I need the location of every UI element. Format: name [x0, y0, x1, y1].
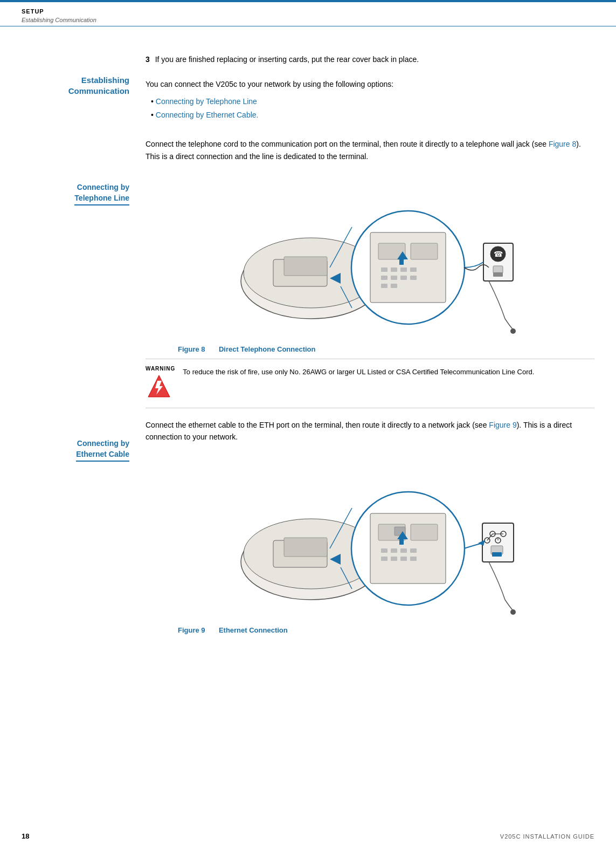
main-content: Establishing Communication Connecting by… [0, 26, 616, 640]
figure9-caption: Figure 9 Ethernet Connection [146, 626, 594, 634]
figure9-container: Figure 9 Ethernet Connection [146, 454, 594, 634]
svg-rect-9 [381, 267, 387, 272]
svg-rect-50 [399, 538, 404, 545]
svg-rect-11 [400, 267, 407, 272]
establishing-comm-heading: Establishing Communication [22, 75, 129, 96]
warning-label: WARNING [146, 366, 175, 372]
svg-rect-18 [391, 284, 397, 288]
telephone-link[interactable]: Connecting by Telephone Line [156, 97, 257, 106]
wall-jack: ☎ [483, 243, 513, 281]
figure9-svg [203, 454, 537, 621]
establishing-comm-left-block: Establishing Communication [22, 75, 129, 96]
terminal-zoom-eth [370, 513, 446, 584]
footer-page-number: 18 [22, 832, 29, 840]
warning-content: To reduce the risk of fire, use only No.… [183, 366, 534, 378]
svg-rect-45 [381, 557, 387, 561]
page-footer: 18 V205c Installation Guide [22, 832, 594, 840]
svg-rect-42 [391, 548, 397, 553]
right-column: 3 If you are finished replacing or inser… [140, 26, 594, 640]
svg-rect-20 [399, 258, 404, 265]
step3-text: If you are finished replacing or inserti… [155, 55, 419, 64]
svg-rect-47 [400, 557, 407, 561]
warning-box: WARNING To reduce the risk of fire, use … [146, 359, 594, 408]
footer-title: V205c Installation Guide [500, 833, 594, 840]
page-container: Setup Establishing Communication Establi… [0, 0, 616, 851]
svg-rect-15 [400, 276, 407, 280]
header-setup: Setup [22, 6, 594, 15]
header-subtitle-line: Establishing Communication [22, 15, 594, 24]
ethernet-wall-jack [478, 523, 514, 562]
warning-icon-area: WARNING [146, 366, 175, 401]
svg-rect-34 [284, 538, 327, 557]
step3-number: 3 [146, 55, 150, 64]
svg-rect-13 [381, 276, 387, 280]
svg-rect-14 [391, 276, 397, 280]
telephone-section: Connect the telephone cord to the commun… [146, 138, 594, 162]
svg-rect-46 [391, 557, 397, 561]
svg-rect-12 [410, 267, 417, 272]
connecting-tel-left-block: Connecting by Telephone Line [22, 182, 129, 207]
left-column: Establishing Communication Connecting by… [22, 26, 140, 640]
svg-point-28 [510, 328, 516, 334]
terminal-zoom [370, 232, 446, 303]
figure8-container: ☎ Figure [146, 173, 594, 353]
header-subtitle: Establishing Communication [22, 17, 96, 23]
svg-rect-43 [400, 548, 407, 553]
figure8-caption: Figure 8 Direct Telephone Connection [146, 345, 594, 353]
ethernet-link[interactable]: Connecting by Ethernet Cable. [156, 111, 259, 119]
figure8-svg: ☎ [203, 173, 537, 340]
svg-rect-8 [411, 243, 438, 259]
figure8-link[interactable]: Figure 8 [549, 140, 576, 148]
svg-rect-26 [493, 266, 503, 273]
establishing-comm-bullets: Connecting by Telephone Line Connecting … [151, 95, 594, 122]
connecting-eth-label: Connecting by Ethernet Cable [76, 438, 129, 462]
svg-rect-10 [391, 267, 397, 272]
ethernet-section: Connect the ethernet cable to the ETH po… [146, 419, 594, 443]
telephone-body-text: Connect the telephone cord to the commun… [146, 138, 594, 162]
warning-text: To reduce the risk of fire, use only No.… [183, 366, 534, 378]
svg-rect-39 [411, 524, 438, 540]
figure9-link[interactable]: Figure 9 [489, 421, 516, 429]
bullet-ethernet: Connecting by Ethernet Cable. [151, 108, 594, 122]
svg-text:☎: ☎ [493, 250, 502, 258]
svg-rect-48 [410, 557, 417, 561]
establishing-comm-intro: You can connect the V205c to your networ… [146, 78, 594, 90]
svg-rect-44 [410, 548, 417, 553]
svg-rect-17 [381, 284, 387, 288]
svg-rect-3 [284, 257, 327, 276]
svg-rect-16 [410, 276, 417, 280]
connecting-tel-label: Connecting by Telephone Line [74, 182, 129, 205]
ethernet-body-text: Connect the ethernet cable to the ETH po… [146, 419, 594, 443]
setup-label: Setup [22, 8, 44, 15]
bullet-telephone: Connecting by Telephone Line [151, 95, 594, 108]
establishing-comm-section: You can connect the V205c to your networ… [146, 78, 594, 122]
svg-rect-62 [492, 552, 502, 557]
svg-rect-27 [493, 272, 503, 277]
svg-point-64 [510, 609, 516, 615]
step3-block: 3 If you are finished replacing or inser… [146, 53, 594, 65]
header-area: Setup Establishing Communication [0, 2, 616, 26]
warning-svg-icon [146, 373, 172, 400]
svg-rect-41 [381, 548, 387, 553]
connecting-eth-left-block: Connecting by Ethernet Cable [22, 438, 129, 463]
